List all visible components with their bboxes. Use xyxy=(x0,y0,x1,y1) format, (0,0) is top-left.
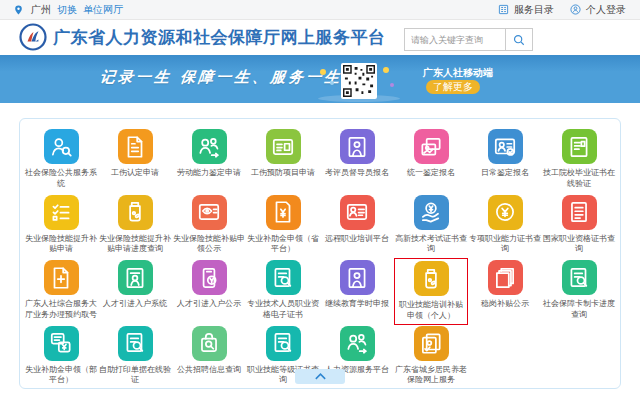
qr-code xyxy=(341,63,377,99)
location-pin-icon xyxy=(14,4,23,16)
service-label: 失业保险技能提升补贴申请进度查询 xyxy=(99,234,171,255)
site-logo xyxy=(19,23,47,51)
id-card-icon xyxy=(266,129,301,164)
service-item-content: 社会保障卡制卡进度查询 xyxy=(542,258,616,323)
doc-search-icon xyxy=(562,260,597,295)
service-item[interactable]: 国家职业资格证书查询 xyxy=(542,193,616,259)
service-directory-button[interactable]: 服务目录 xyxy=(498,3,554,17)
switch-city-link[interactable]: 切换 xyxy=(57,3,77,17)
service-item[interactable]: 人才引进入户系统 xyxy=(98,258,172,324)
hand-coin-icon xyxy=(414,195,449,230)
service-item-content: 失业保险技能提升补贴申请进度查询 xyxy=(98,193,172,258)
service-label: 失业保险技能提升补贴申请 xyxy=(25,234,97,255)
people-transfer-icon xyxy=(340,326,375,361)
service-item-content: 稳岗补贴公示 xyxy=(480,258,530,313)
bottle-icon xyxy=(414,261,449,296)
service-label: 人才引进入户系统 xyxy=(103,299,167,310)
service-label: 稳岗补贴公示 xyxy=(481,299,529,310)
doc-money-icon xyxy=(266,195,301,230)
learn-more-button[interactable]: 了解更多 xyxy=(426,80,480,94)
service-item[interactable]: 考评员督导员报名 xyxy=(320,127,394,193)
service-item[interactable]: 失业保险技能补贴申领公示 xyxy=(172,193,246,259)
decor-dot xyxy=(390,83,394,87)
service-item[interactable]: 失业补助金申领（省平台） xyxy=(246,193,320,259)
photo-check-icon xyxy=(414,326,449,361)
service-label: 技工院校毕业证书在线验证 xyxy=(543,168,615,189)
service-item[interactable]: 稳岗补贴公示 xyxy=(468,258,542,324)
service-item[interactable]: 工伤预防项目申请 xyxy=(246,127,320,193)
service-label: 劳动能力鉴定申请 xyxy=(177,168,241,179)
document-icon xyxy=(118,129,153,164)
promo-banner: 记录一生 保障一生、服务一生 广东人社移动端 了解更多 xyxy=(0,55,640,103)
doc-plus-icon xyxy=(44,260,79,295)
doc-search-icon xyxy=(266,326,301,361)
personal-login-button[interactable]: 个人登录 xyxy=(570,3,626,17)
service-item[interactable]: 远程职业培训平台 xyxy=(320,193,394,259)
doc-stack-icon xyxy=(488,260,523,295)
user-icon xyxy=(570,4,581,15)
service-item[interactable]: 技工院校毕业证书在线验证 xyxy=(542,127,616,193)
people-transfer-icon xyxy=(192,129,227,164)
card-eye-icon xyxy=(192,195,227,230)
decor-dot xyxy=(320,69,326,75)
service-label: 失业保险技能补贴申领公示 xyxy=(173,234,245,255)
service-label: 工伤认定申请 xyxy=(111,168,159,179)
service-label: 职业技能培训补贴申领（个人） xyxy=(396,300,466,321)
services-grid: 社会保险公共服务系统工伤认定申请劳动能力鉴定申请工伤预防项目申请考评员督导员报名… xyxy=(20,119,620,389)
doc-search-icon xyxy=(118,326,153,361)
service-item[interactable]: 公共招聘信息查询 xyxy=(172,324,246,390)
person-search-icon xyxy=(44,129,79,164)
card-money-icon xyxy=(44,326,79,361)
service-item-content: 广东人社综合服务大厅业务办理预约取号 xyxy=(24,258,98,323)
card-badge-icon xyxy=(488,129,523,164)
service-item[interactable]: 失业保险技能提升补贴申请 xyxy=(24,193,98,259)
service-item[interactable]: 自助打印单据在线验证 xyxy=(98,324,172,390)
service-item[interactable]: 工伤认定申请 xyxy=(98,127,172,193)
service-item[interactable]: 社会保险公共服务系统 xyxy=(24,127,98,193)
certificate-icon xyxy=(562,129,597,164)
service-item-content: 专项职业能力证书查询 xyxy=(468,193,542,258)
service-item[interactable]: 日常鉴定报名 xyxy=(468,127,542,193)
doc-search-icon xyxy=(266,260,301,295)
service-item[interactable]: 劳动能力鉴定申请 xyxy=(172,127,246,193)
service-item[interactable]: 人才引进入户公示 xyxy=(172,258,246,324)
person-door-icon xyxy=(340,129,375,164)
service-item[interactable]: 社会保障卡制卡进度查询 xyxy=(542,258,616,324)
decor-dot xyxy=(330,81,334,85)
service-item-content: 统一鉴定报名 xyxy=(406,127,456,182)
site-header: 广东省人力资源和社会保障厅网上服务平台 xyxy=(0,20,640,55)
collapse-button[interactable] xyxy=(295,369,345,384)
service-item-content: 失业补助金申领（部平台） xyxy=(24,324,98,389)
search-input[interactable] xyxy=(405,29,505,50)
service-item[interactable]: 广东省城乡居民养老保险网上服务 xyxy=(394,324,468,390)
unit-hall-link[interactable]: 单位网厅 xyxy=(83,3,123,17)
service-item[interactable]: 失业保险技能提升补贴申请进度查询 xyxy=(98,193,172,259)
photos-icon xyxy=(414,129,449,164)
mobile-app-label: 广东人社移动端 xyxy=(423,66,493,80)
service-item-content: 技工院校毕业证书在线验证 xyxy=(542,127,616,192)
service-label: 失业补助金申领（省平台） xyxy=(247,234,319,255)
city-selector[interactable]: 广州 xyxy=(31,3,51,17)
service-item-content: 远程职业培训平台 xyxy=(324,193,390,248)
service-item[interactable]: 继续教育学时申报 xyxy=(320,258,394,324)
service-item[interactable]: 失业补助金申领（部平台） xyxy=(24,324,98,390)
service-label: 工伤预防项目申请 xyxy=(251,168,315,179)
bottle-icon xyxy=(118,195,153,230)
service-label: 公共招聘信息查询 xyxy=(177,365,241,376)
service-item[interactable]: 职业技能培训补贴申领（个人） xyxy=(394,258,468,324)
service-item-highlighted: 职业技能培训补贴申领（个人） xyxy=(394,258,468,325)
page: 广州 切换 单位网厅 服务目录 个人登录 xyxy=(0,0,640,401)
service-label: 自助打印单据在线验证 xyxy=(99,365,171,386)
service-item[interactable]: 统一鉴定报名 xyxy=(394,127,468,193)
service-item[interactable]: 专业技术人员职业资格电子证书 xyxy=(246,258,320,324)
service-label: 远程职业培训平台 xyxy=(325,234,389,245)
search-button[interactable] xyxy=(505,29,532,50)
service-label: 国家职业资格证书查询 xyxy=(543,234,615,255)
service-item-content: 失业保险技能补贴申领公示 xyxy=(172,193,246,258)
checklist-icon xyxy=(44,195,79,230)
service-item-content: 继续教育学时申报 xyxy=(324,258,390,313)
service-label: 社会保险公共服务系统 xyxy=(25,168,97,189)
service-item[interactable]: 高新技术考试证书查询 xyxy=(394,193,468,259)
service-item[interactable]: 专项职业能力证书查询 xyxy=(468,193,542,259)
service-item[interactable]: 广东人社综合服务大厅业务办理预约取号 xyxy=(24,258,98,324)
